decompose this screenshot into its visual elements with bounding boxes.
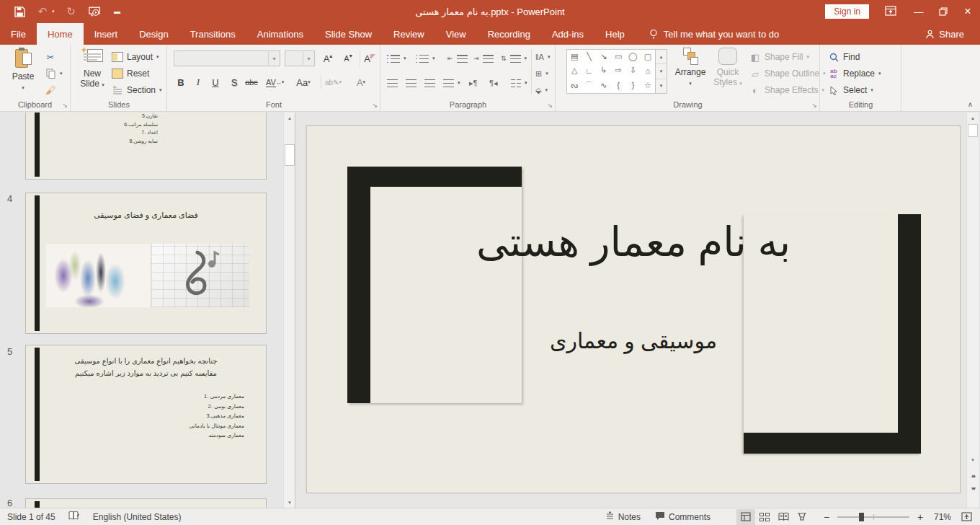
change-case-button[interactable]: Aa▾ [296,75,311,89]
slide-sorter-view-button[interactable] [755,509,774,525]
shape-right-brace-icon[interactable]: } [625,78,640,93]
scrollbar-thumb[interactable] [285,144,295,166]
copy-button[interactable]: ▾ [45,66,63,81]
shape-oval-icon[interactable]: ◯ [625,50,640,63]
new-slide-button[interactable]: ✦ NewSlide ▾ [74,48,111,90]
gallery-more-icon[interactable]: ▾ [656,79,667,93]
previous-slide-button[interactable]: ▴▴ [968,470,978,480]
bold-button[interactable]: B [174,75,188,89]
next-slide-button[interactable]: ▾▾ [968,483,978,493]
text-shadow-button[interactable]: S [227,75,241,89]
tab-help[interactable]: Help [594,23,636,45]
zoom-percentage[interactable]: 71% [925,512,951,522]
decrease-indent-button[interactable]: ⇤ [447,50,468,66]
clear-formatting-button[interactable]: A◤ [362,51,377,66]
slide-counter[interactable]: Slide 1 of 45 [7,512,55,522]
align-text-button[interactable]: ⊞▾ [535,66,548,81]
paragraph-dialog-launcher-icon[interactable]: ↘ [547,102,553,109]
scroll-up-icon[interactable]: ▴ [968,112,978,123]
thumbnail-panel-scrollbar[interactable]: ▴ ▾ [283,112,295,508]
character-spacing-button[interactable]: AV↔▾ [266,75,284,89]
shape-textbox-icon[interactable]: ▤ [567,50,582,63]
replace-button[interactable]: abac Replace▾ [828,66,881,81]
reading-view-button[interactable] [774,509,793,525]
drawing-dialog-launcher-icon[interactable]: ↘ [811,102,817,109]
align-left-button[interactable] [387,75,398,91]
smartart-button[interactable]: ⬙▾ [535,82,548,98]
close-button[interactable]: × [956,0,980,23]
slideshow-view-button[interactable] [793,509,811,525]
zoom-slider[interactable] [837,516,909,518]
shrink-font-button[interactable]: A▾ [341,51,355,66]
shape-arrow-icon[interactable]: ↘ [597,50,611,63]
font-size-combo[interactable]: ▾ [285,50,315,66]
tab-view[interactable]: View [435,23,477,45]
shape-star-icon[interactable]: ☆ [641,78,655,93]
reset-button[interactable]: Reset [112,66,149,81]
thumbnail-slide-3[interactable]: 5.تقارن 6.سلسله مراتب 7. اعداد 8.سایه رو… [25,112,267,180]
rtl-direction-button[interactable]: ¶◂ [489,75,497,91]
font-dialog-launcher-icon[interactable]: ↘ [372,102,378,109]
shape-rounded-rectangle-icon[interactable]: ▢ [641,50,655,63]
scroll-up-icon[interactable]: ▴ [285,112,295,123]
grow-font-button[interactable]: A▴ [321,51,335,66]
shape-curve-icon[interactable]: ∿ [597,78,611,93]
underline-button[interactable]: U [208,75,223,89]
quick-styles-button[interactable]: QuickStyles ▾ [709,48,747,89]
tab-transitions[interactable]: Transitions [179,23,246,45]
increase-indent-button[interactable]: ⇥ [473,50,494,66]
cut-button[interactable]: ✂ [45,49,56,65]
zoom-slider-thumb[interactable] [859,513,864,521]
gallery-scroll-up-icon[interactable]: ▴ [656,50,667,64]
normal-view-button[interactable] [736,509,755,525]
tab-animations[interactable]: Animations [246,23,314,45]
justify-button[interactable]: ▾ [443,75,460,91]
thumbnail-slide-4[interactable]: فضای معماری و فضای موسیقی [25,193,267,334]
customize-qat-icon[interactable]: ▬ [111,5,124,18]
select-button[interactable]: Select▾ [828,82,873,98]
notes-button[interactable]: Notes [598,508,648,525]
thumbnail-slide-5[interactable]: چنانچه بخواهیم انواع معماری را با انواع … [25,345,267,484]
language-indicator[interactable]: English (United States) [93,512,182,522]
highlight-color-button[interactable]: ab✎▾ [325,75,342,89]
ribbon-display-options-icon[interactable] [885,5,896,19]
ltr-direction-button[interactable]: ▸¶ [469,75,477,91]
shape-elbow-icon[interactable]: ∟ [582,63,596,77]
shape-triangle-icon[interactable]: △ [567,63,582,77]
shape-scribble-icon[interactable]: ᔓ [567,78,582,93]
tab-review[interactable]: Review [383,23,435,45]
clipboard-dialog-launcher-icon[interactable]: ↘ [62,102,68,109]
tab-insert[interactable]: Insert [84,23,129,45]
shape-outline-button[interactable]: ▱Shape Outline▾ [749,66,826,81]
minimize-button[interactable]: — [906,0,931,23]
shape-pentagon-icon[interactable]: ⌂ [641,63,655,77]
columns-button[interactable]: ▾ [511,75,527,91]
find-button[interactable]: Find [828,49,860,65]
zoom-in-button[interactable]: + [915,511,925,523]
zoom-out-button[interactable]: − [821,511,832,523]
numbering-button[interactable]: ▾ [416,50,435,66]
restore-button[interactable] [931,0,956,23]
line-spacing-button[interactable]: ⇅▾ [501,50,527,66]
shape-arc-icon[interactable]: ⌒ [582,78,596,93]
share-button[interactable]: Share [925,23,980,45]
font-color-button[interactable]: A▾ [354,75,368,89]
tab-design[interactable]: Design [128,23,179,45]
format-painter-button[interactable]: 🖌 [45,82,56,98]
start-slideshow-icon[interactable] [88,5,101,18]
main-scrollbar[interactable]: ▴ ▾ ▴▴ ▾▾ [966,112,979,508]
strikethrough-button[interactable]: abc [244,75,259,89]
tab-file[interactable]: File [0,23,37,45]
spellcheck-icon[interactable] [68,511,80,523]
shape-gallery[interactable]: ▤ ╲ ↘ ▭ ◯ ▢ △ ∟ ↳ ⇨ ⇩ ⌂ ᔓ ⌒ ∿ { } ☆ [566,49,656,94]
shape-fill-button[interactable]: ◧Shape Fill▾ [749,49,809,65]
sign-in-button[interactable]: Sign in [825,4,869,19]
slide-canvas[interactable]: به نام معمار هستی موسیقی و معماری [306,125,961,493]
tab-home[interactable]: Home [37,23,84,45]
scroll-down-icon[interactable]: ▾ [968,454,978,465]
gallery-scroll-down-icon[interactable]: ▾ [656,64,667,79]
bullets-button[interactable]: ▾ [387,50,406,66]
slide-subtitle-text[interactable]: موسیقی و معماری [307,328,960,353]
layout-button[interactable]: Layout▾ [112,49,159,65]
tab-recording[interactable]: Recording [477,23,541,45]
